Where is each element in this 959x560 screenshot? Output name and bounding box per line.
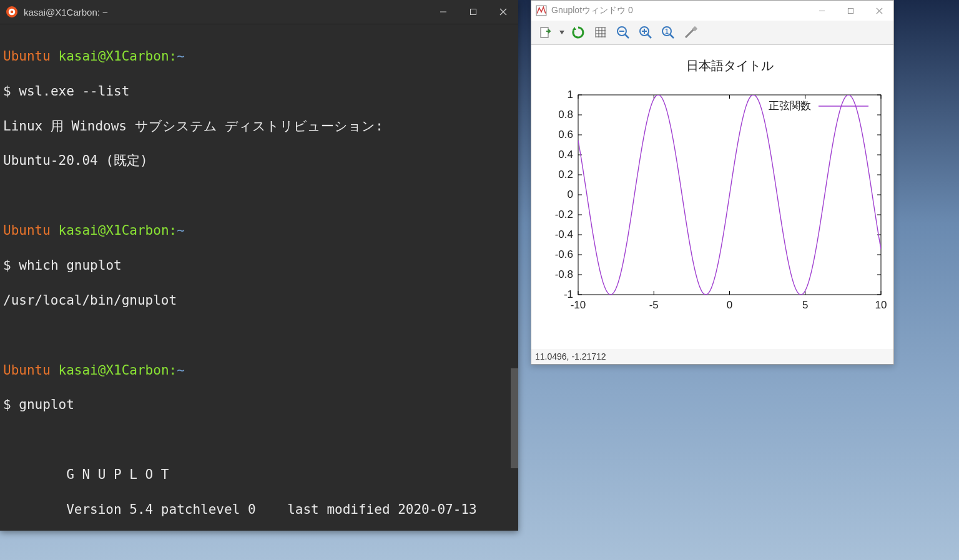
svg-text:1: 1 — [665, 28, 669, 35]
svg-text:-5: -5 — [649, 299, 659, 311]
terminal-cmd: wsl.exe --list — [19, 84, 129, 99]
close-button[interactable] — [865, 1, 893, 21]
maximize-button[interactable] — [458, 0, 488, 24]
gnuplot-title: Gnuplotウィンドウ 0 — [551, 5, 807, 16]
terminal-window: kasai@X1Carbon: ~ Ubuntu kasai@X1Carbon:… — [0, 0, 518, 531]
svg-marker-12 — [573, 27, 576, 30]
svg-text:-10: -10 — [571, 299, 586, 311]
settings-icon[interactable] — [681, 23, 700, 42]
zoom-out-icon[interactable] — [614, 23, 632, 42]
zoom-reset-icon[interactable]: 1 — [659, 23, 677, 42]
svg-rect-8 — [848, 8, 853, 13]
scrollbar-thumb[interactable] — [511, 368, 518, 468]
svg-line-31 — [686, 29, 694, 37]
terminal-output: Ubuntu-20.04 (既定) — [3, 152, 515, 170]
terminal-output: Linux 用 Windows サブシステム ディストリビューション: — [3, 118, 515, 135]
terminal-title: kasai@X1Carbon: ~ — [24, 7, 428, 17]
svg-text:0: 0 — [727, 299, 732, 311]
svg-line-29 — [670, 34, 674, 38]
export-dropdown-icon[interactable] — [559, 23, 565, 42]
maximize-button[interactable] — [836, 1, 865, 21]
gnuplot-canvas[interactable]: 日本語タイトル-10-50510-1-0.8-0.6-0.4-0.200.20.… — [531, 45, 893, 349]
svg-point-1 — [11, 11, 14, 14]
svg-text:-0.4: -0.4 — [555, 228, 573, 240]
cursor-coordinates: 11.0496, -1.21712 — [535, 351, 606, 361]
export-icon[interactable] — [536, 23, 555, 42]
grid-icon[interactable] — [591, 23, 610, 42]
plot-svg: 日本語タイトル-10-50510-1-0.8-0.6-0.4-0.200.20.… — [531, 45, 893, 350]
svg-text:0.4: 0.4 — [558, 149, 573, 160]
svg-text:-0.6: -0.6 — [555, 248, 573, 260]
gnuplot-window-controls — [807, 1, 893, 21]
svg-text:-0.8: -0.8 — [555, 268, 573, 280]
gnuplot-toolbar: 1 — [531, 21, 893, 45]
terminal-output: /usr/local/bin/gnuplot — [3, 292, 515, 310]
svg-text:-0.2: -0.2 — [555, 209, 573, 220]
terminal-window-controls — [428, 0, 518, 24]
minimize-button[interactable] — [428, 0, 458, 24]
terminal-body[interactable]: Ubuntu kasai@X1Carbon:~ $ wsl.exe --list… — [0, 24, 518, 531]
minimize-button[interactable] — [807, 1, 836, 21]
terminal-cmd: gnuplot — [19, 397, 74, 412]
terminal-cmd: which gnuplot — [19, 258, 121, 273]
svg-line-22 — [625, 34, 629, 38]
svg-marker-11 — [559, 31, 564, 34]
gnuplot-window: Gnuplotウィンドウ 0 — [531, 0, 894, 365]
gnuplot-titlebar[interactable]: Gnuplotウィンドウ 0 — [531, 1, 893, 21]
close-button[interactable] — [488, 0, 518, 24]
svg-text:0: 0 — [568, 189, 573, 200]
svg-text:0.2: 0.2 — [558, 169, 573, 180]
svg-text:0.6: 0.6 — [558, 129, 573, 140]
svg-rect-3 — [471, 9, 476, 15]
svg-text:1: 1 — [568, 89, 573, 101]
svg-text:5: 5 — [802, 299, 808, 311]
gnuplot-status-bar: 11.0496, -1.21712 — [531, 349, 893, 364]
zoom-in-icon[interactable] — [636, 23, 655, 42]
svg-line-25 — [647, 34, 651, 38]
svg-text:10: 10 — [875, 299, 887, 311]
svg-text:正弦関数: 正弦関数 — [769, 100, 811, 112]
terminal-titlebar[interactable]: kasai@X1Carbon: ~ — [0, 0, 518, 24]
replot-icon[interactable] — [569, 23, 588, 42]
gnuplot-app-icon — [536, 5, 547, 16]
svg-text:0.8: 0.8 — [558, 109, 573, 120]
svg-text:-1: -1 — [564, 288, 573, 300]
svg-text:日本語タイトル: 日本語タイトル — [686, 59, 774, 72]
ubuntu-icon — [6, 6, 17, 17]
